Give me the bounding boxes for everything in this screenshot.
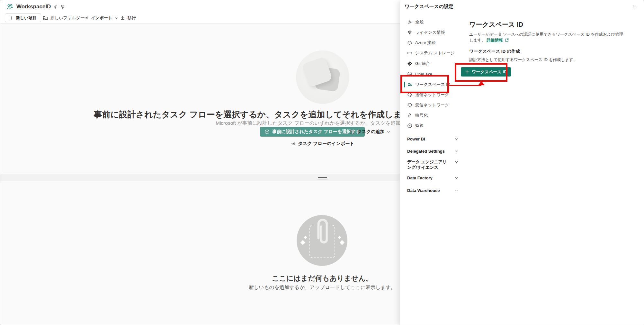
workspace-identity-title: ワークスペース ID — [469, 20, 523, 29]
settings-nav-azure-connections[interactable]: Azure 接続 — [400, 38, 468, 48]
nav-label: 暗号化 — [415, 113, 428, 118]
diamond-icon — [407, 30, 412, 35]
add-task-icon — [349, 129, 355, 135]
gear-icon — [407, 20, 412, 25]
nav-label: 受信ネットワーク — [415, 102, 449, 108]
add-task-label: タスクの追加 — [357, 129, 384, 135]
import-icon — [83, 15, 89, 21]
settings-section-data-warehouse[interactable]: Data Warehouse — [407, 188, 459, 193]
lake-icon — [407, 71, 412, 77]
create-identity-section-title: ワークスペース ID の作成 — [469, 49, 520, 54]
nav-label: ワークスペース ID — [415, 82, 450, 87]
settings-panel-title: ワークスペースの設定 — [405, 4, 453, 10]
chevron-down-icon — [454, 137, 459, 141]
section-label: Data Factory — [407, 175, 433, 181]
section-label: Data Warehouse — [407, 188, 440, 193]
cloud-out-icon — [407, 92, 412, 97]
chevron-down-icon — [454, 176, 459, 180]
settings-nav-general[interactable]: 全般 — [400, 17, 468, 27]
settings-section-data-engineering[interactable]: データ エンジニアリング/サイエンス — [407, 159, 459, 170]
splitter-drag-handle[interactable] — [318, 177, 327, 180]
close-icon — [632, 5, 637, 9]
paperclip-icon — [315, 218, 330, 247]
settings-nav-inbound-network[interactable]: 受信ネットワーク — [400, 100, 468, 110]
nav-label: Git 統合 — [415, 61, 430, 67]
learn-more-link[interactable]: 詳細情報 — [487, 38, 503, 42]
import-label: インポート — [91, 15, 112, 21]
settings-section-delegated-settings[interactable]: Delegated Settings — [407, 149, 459, 154]
settings-section-power-bi[interactable]: Power BI — [407, 136, 459, 142]
import-button[interactable]: インポート — [81, 14, 120, 22]
lock-icon — [407, 113, 412, 118]
people-icon — [407, 82, 412, 87]
gauge-icon — [407, 123, 412, 128]
chevron-down-icon — [454, 149, 459, 153]
new-folder-label: 新しいフォルダー — [50, 15, 85, 21]
import-icon — [290, 141, 296, 147]
nav-label: システム ストレージ — [415, 50, 455, 56]
plus-icon — [465, 70, 469, 74]
cloud-in-icon — [407, 103, 412, 108]
taskflow-stack-icon — [264, 129, 270, 134]
chevron-down-icon — [454, 188, 459, 193]
settings-nav-license-info[interactable]: ライセンス情報 — [400, 27, 468, 38]
close-panel-button[interactable] — [631, 3, 638, 10]
workspace-settings-panel: ワークスペースの設定 全般 ライセンス情報 — [400, 0, 644, 325]
section-label: データ エンジニアリング/サイエンス — [407, 159, 449, 170]
workspace-title: WorkspaceID — [16, 4, 51, 10]
nav-label: Azure 接続 — [415, 40, 436, 46]
create-workspace-identity-label: ワークスペース ID — [472, 69, 507, 75]
migrate-icon — [120, 15, 125, 21]
selected-indicator — [404, 82, 405, 87]
plus-icon — [9, 16, 13, 20]
section-label: Delegated Settings — [407, 149, 445, 154]
settings-nav-monitoring[interactable]: 監視 — [400, 121, 468, 131]
license-diamond-icon[interactable] — [60, 4, 65, 9]
settings-section-data-factory[interactable]: Data Factory — [407, 175, 459, 181]
create-identity-section-description: 認証方法として使用するワークスペース ID を作成します。 — [469, 57, 577, 63]
nav-label: 全般 — [415, 19, 424, 25]
external-link-icon[interactable] — [505, 38, 509, 42]
storage-icon — [407, 50, 412, 56]
workspace-identity-description: ユーザーがデータ ソースへの認証に使用できるワークスペース ID を作成および管… — [469, 32, 625, 43]
chevron-down-icon — [387, 130, 390, 134]
create-workspace-identity-button[interactable]: ワークスペース ID — [461, 67, 511, 77]
settings-nav-workspace-identity[interactable]: ワークスペース ID — [400, 79, 468, 90]
new-folder-button[interactable]: 新しいフォルダー — [41, 14, 86, 22]
nav-label: 監視 — [415, 123, 424, 129]
select-predesigned-flow-button[interactable]: 事前に設計されたタスク フローを選択する — [260, 127, 365, 137]
add-task-button[interactable]: タスクの追加 — [349, 127, 390, 137]
migrate-label: 移行 — [128, 15, 136, 21]
settings-nav-outbound-network[interactable]: 送信ネットワーク — [400, 90, 468, 100]
new-item-button[interactable]: 新しい項目 — [5, 14, 41, 22]
new-folder-icon — [43, 15, 48, 21]
cloud-icon — [407, 40, 412, 45]
select-predesigned-flow-label: 事前に設計されたタスク フローを選択する — [272, 129, 360, 135]
new-item-label: 新しい項目 — [16, 15, 37, 21]
section-label: Power BI — [407, 136, 425, 142]
settings-nav-system-storage[interactable]: システム ストレージ — [400, 48, 468, 58]
nav-label: ライセンス情報 — [415, 30, 445, 35]
settings-nav-encryption[interactable]: 暗号化 — [400, 110, 468, 121]
workspace-sparkle-gear-icon[interactable] — [53, 4, 58, 9]
nav-label: OneLake — [415, 72, 432, 77]
chevron-down-icon — [454, 160, 459, 164]
nav-label: 送信ネットワーク — [415, 92, 449, 98]
migrate-button[interactable]: 移行 — [118, 14, 138, 22]
settings-nav-onelake[interactable]: OneLake — [400, 69, 468, 79]
taskflow-empty-heading: 事前に設計されたタスク フローを選択するか、タスクを追加してそれを作成します — [94, 109, 410, 120]
settings-nav-git-integration[interactable]: Git 統合 — [400, 59, 468, 69]
app-root: WorkspaceID 新しい項目 新しいフォルダー — [0, 0, 644, 325]
import-taskflow-label: タスク フローのインポート — [298, 141, 354, 147]
git-icon — [407, 61, 412, 66]
workspace-avatar-icon — [6, 3, 13, 10]
